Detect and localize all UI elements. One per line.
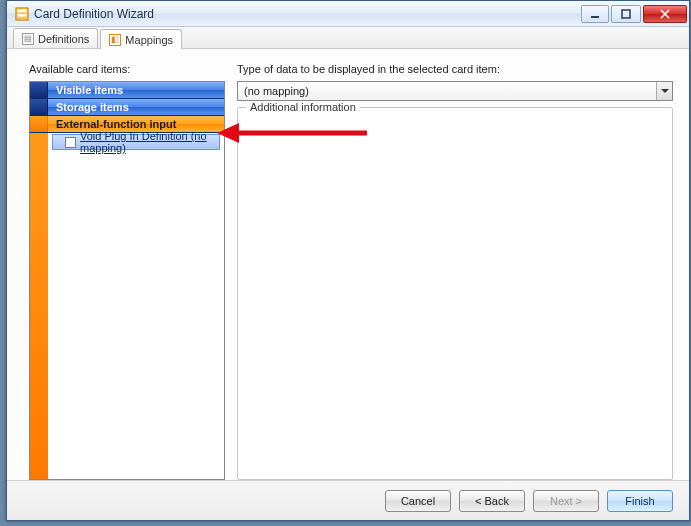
section-corner xyxy=(30,99,48,115)
right-column: Type of data to be displayed in the sele… xyxy=(237,63,673,480)
tab-row: ▤ Definitions ◧ Mappings xyxy=(7,27,689,49)
mappings-icon: ◧ xyxy=(109,34,121,46)
svg-rect-1 xyxy=(18,9,27,12)
mapping-type-dropdown[interactable]: (no mapping) xyxy=(237,81,673,101)
button-label: < Back xyxy=(475,495,509,507)
definitions-icon: ▤ xyxy=(22,33,34,45)
button-bar: Cancel < Back Next > Finish xyxy=(7,480,689,520)
svg-rect-3 xyxy=(591,16,599,18)
tree-items: Void Plug In Definition (no mapping) xyxy=(48,133,224,150)
section-label: External-function input xyxy=(56,118,176,130)
tree-item-label: Void Plug In Definition (no mapping) xyxy=(80,130,219,154)
button-label: Cancel xyxy=(401,495,435,507)
section-pointer xyxy=(224,118,225,130)
minimize-button[interactable] xyxy=(581,5,609,23)
app-icon xyxy=(15,7,29,21)
section-storage-items[interactable]: Storage items xyxy=(30,99,224,116)
available-items-label: Available card items: xyxy=(29,63,225,77)
chevron-down-icon xyxy=(656,82,672,100)
button-label: Next > xyxy=(550,495,582,507)
tab-mappings[interactable]: ◧ Mappings xyxy=(100,29,182,49)
tree-sections: Visible items Storage items External-fun… xyxy=(30,82,224,133)
finish-button[interactable]: Finish xyxy=(607,490,673,512)
additional-information-panel: Additional information xyxy=(237,107,673,480)
svg-rect-2 xyxy=(18,14,27,17)
tree-gutter xyxy=(30,82,48,479)
cancel-button[interactable]: Cancel xyxy=(385,490,451,512)
client-area: ▤ Definitions ◧ Mappings Available card … xyxy=(7,27,689,520)
dropdown-value: (no mapping) xyxy=(244,85,309,97)
tree-item-void-plugin[interactable]: Void Plug In Definition (no mapping) xyxy=(52,134,220,150)
section-corner xyxy=(30,116,48,132)
window-title: Card Definition Wizard xyxy=(34,7,581,21)
title-bar: Card Definition Wizard xyxy=(7,1,689,27)
svg-rect-4 xyxy=(622,10,630,18)
maximize-button[interactable] xyxy=(611,5,641,23)
window-buttons xyxy=(581,5,687,23)
section-visible-items[interactable]: Visible items xyxy=(30,82,224,99)
close-button[interactable] xyxy=(643,5,687,23)
section-label: Visible items xyxy=(56,84,123,96)
type-label: Type of data to be displayed in the sele… xyxy=(237,63,673,77)
section-label: Storage items xyxy=(56,101,129,113)
tab-definitions[interactable]: ▤ Definitions xyxy=(13,28,98,48)
next-button: Next > xyxy=(533,490,599,512)
tab-label: Definitions xyxy=(38,33,89,45)
section-corner xyxy=(30,82,48,98)
fieldset-legend: Additional information xyxy=(246,101,360,113)
button-label: Finish xyxy=(625,495,654,507)
dropdown-row: (no mapping) xyxy=(237,81,673,101)
checkbox[interactable] xyxy=(65,137,76,148)
wizard-window: Card Definition Wizard ▤ Definitions ◧ M… xyxy=(6,0,690,521)
content-area: Available card items: Visible items Stor… xyxy=(7,49,689,480)
tab-label: Mappings xyxy=(125,34,173,46)
available-items-tree: Visible items Storage items External-fun… xyxy=(29,81,225,480)
back-button[interactable]: < Back xyxy=(459,490,525,512)
left-column: Available card items: Visible items Stor… xyxy=(29,63,225,480)
